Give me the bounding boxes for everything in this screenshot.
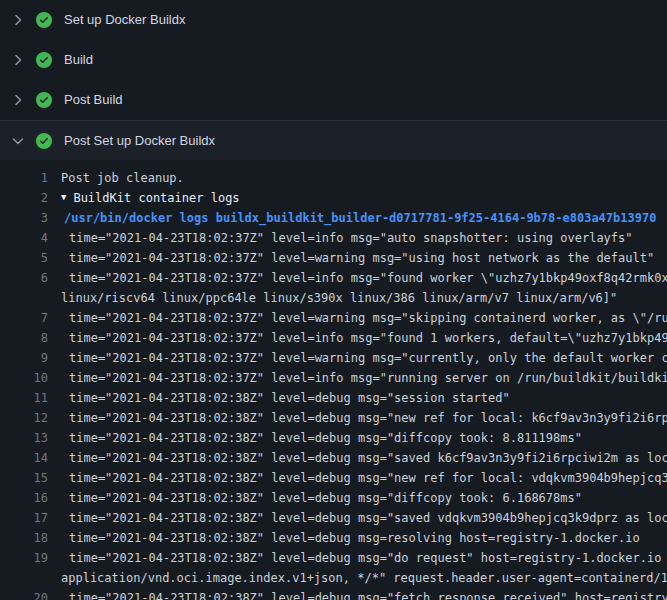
log-line-text: application/vnd.oci.image.index.v1+json,… [48, 568, 667, 588]
log-line-text: time="2021-04-23T18:02:38Z" level=debug … [48, 428, 667, 448]
log-line-text: /usr/bin/docker logs buildx_buildkit_bui… [48, 208, 667, 228]
success-check-icon [36, 133, 52, 149]
step-row: Post Set up Docker Buildx 1 Post job cle… [0, 120, 667, 600]
step-row: Build [0, 40, 667, 80]
chevron-down-icon [10, 133, 26, 149]
log-line-text: time="2021-04-23T18:02:38Z" level=debug … [48, 408, 667, 428]
log-line-text: linux/riscv64 linux/ppc64le linux/s390x … [48, 288, 667, 308]
log-line-number[interactable]: 19 [0, 548, 48, 568]
log-line-text: time="2021-04-23T18:02:37Z" level=info m… [48, 328, 667, 348]
log-line: 15 time="2021-04-23T18:02:38Z" level=deb… [0, 468, 667, 488]
log-line-number[interactable]: 4 [0, 228, 48, 248]
log-line-text: time="2021-04-23T18:02:38Z" level=debug … [48, 528, 667, 548]
log-line-number[interactable]: 20 [0, 588, 48, 600]
log-line-number[interactable]: 2 [0, 188, 48, 208]
step-label: Build [64, 52, 93, 68]
log-line-text: time="2021-04-23T18:02:37Z" level=info m… [48, 268, 667, 288]
caret-down-icon[interactable]: ▼ [61, 188, 66, 207]
log-line-continuation: linux/riscv64 linux/ppc64le linux/s390x … [0, 288, 667, 308]
step-label: Post Build [64, 92, 123, 108]
steps-list: Set up Docker Buildx Build Post Build Po… [0, 0, 667, 600]
log-line-text: time="2021-04-23T18:02:37Z" level=warnin… [48, 248, 667, 268]
log-line-number[interactable]: 10 [0, 368, 48, 388]
chevron-right-icon [10, 12, 26, 28]
log-line: 6 time="2021-04-23T18:02:37Z" level=info… [0, 268, 667, 288]
log-line-number[interactable]: 17 [0, 508, 48, 528]
log-line-continuation: application/vnd.oci.image.index.v1+json,… [0, 568, 667, 588]
log-line-text: time="2021-04-23T18:02:38Z" level=debug … [48, 388, 667, 408]
log-line: 18 time="2021-04-23T18:02:38Z" level=deb… [0, 528, 667, 548]
log-line-number[interactable]: 11 [0, 388, 48, 408]
success-check-icon [36, 12, 52, 28]
log-line-number[interactable]: 18 [0, 528, 48, 548]
log-line: 16 time="2021-04-23T18:02:38Z" level=deb… [0, 488, 667, 508]
log-line-number[interactable] [0, 568, 48, 588]
step-header[interactable]: Set up Docker Buildx [0, 0, 667, 40]
step-log-body: 1 Post job cleanup. 2 ▼BuildKit containe… [0, 160, 667, 600]
log-line: 10 time="2021-04-23T18:02:37Z" level=inf… [0, 368, 667, 388]
log-line-text: time="2021-04-23T18:02:37Z" level=info m… [48, 228, 667, 248]
step-label: Set up Docker Buildx [64, 12, 185, 28]
log-line: 13 time="2021-04-23T18:02:38Z" level=deb… [0, 428, 667, 448]
log-line: 17 time="2021-04-23T18:02:38Z" level=deb… [0, 508, 667, 528]
log-line-text: time="2021-04-23T18:02:38Z" level=debug … [48, 468, 667, 488]
log-line-number[interactable]: 6 [0, 268, 48, 288]
log-line-text: ▼BuildKit container logs [48, 188, 667, 208]
chevron-right-icon [10, 52, 26, 68]
log-line-text: time="2021-04-23T18:02:37Z" level=warnin… [48, 308, 667, 328]
chevron-right-icon [10, 92, 26, 108]
success-check-icon [36, 52, 52, 68]
log-line-number[interactable]: 8 [0, 328, 48, 348]
log-line-text: time="2021-04-23T18:02:38Z" level=debug … [48, 548, 667, 568]
log-line-number[interactable]: 15 [0, 468, 48, 488]
step-row: Set up Docker Buildx [0, 0, 667, 40]
step-header[interactable]: Build [0, 40, 667, 80]
step-label: Post Set up Docker Buildx [64, 133, 215, 149]
log-line-number[interactable] [0, 288, 48, 308]
log-line-text: time="2021-04-23T18:02:37Z" level=warnin… [48, 348, 667, 368]
log-line-number[interactable]: 5 [0, 248, 48, 268]
log-line: 8 time="2021-04-23T18:02:37Z" level=info… [0, 328, 667, 348]
log-line: 4 time="2021-04-23T18:02:37Z" level=info… [0, 228, 667, 248]
log-line: 7 time="2021-04-23T18:02:37Z" level=warn… [0, 308, 667, 328]
log-line: 12 time="2021-04-23T18:02:38Z" level=deb… [0, 408, 667, 428]
log-line-number[interactable]: 16 [0, 488, 48, 508]
log-line-number[interactable]: 3 [0, 208, 48, 228]
log-line-number[interactable]: 9 [0, 348, 48, 368]
log-line-text: time="2021-04-23T18:02:38Z" level=debug … [48, 448, 667, 468]
log-line-number[interactable]: 13 [0, 428, 48, 448]
log-line-text: time="2021-04-23T18:02:37Z" level=info m… [48, 368, 667, 388]
log-line-number[interactable]: 1 [0, 168, 48, 188]
success-check-icon [36, 92, 52, 108]
log-line-number[interactable]: 12 [0, 408, 48, 428]
step-header[interactable]: Post Set up Docker Buildx [0, 120, 667, 160]
log-line: 3 /usr/bin/docker logs buildx_buildkit_b… [0, 208, 667, 228]
log-line: 1 Post job cleanup. [0, 168, 667, 188]
log-line-text: time="2021-04-23T18:02:38Z" level=debug … [48, 488, 667, 508]
log-line: 9 time="2021-04-23T18:02:37Z" level=warn… [0, 348, 667, 368]
step-row: Post Build [0, 80, 667, 120]
log-line: 20 time="2021-04-23T18:02:38Z" level=deb… [0, 588, 667, 600]
log-line-number[interactable]: 7 [0, 308, 48, 328]
log-line-text: time="2021-04-23T18:02:38Z" level=debug … [48, 508, 667, 528]
log-line-text: Post job cleanup. [48, 168, 667, 188]
log-line-number[interactable]: 14 [0, 448, 48, 468]
step-header[interactable]: Post Build [0, 80, 667, 120]
workflow-log-viewer: Set up Docker Buildx Build Post Build Po… [0, 0, 667, 600]
log-line: 5 time="2021-04-23T18:02:37Z" level=warn… [0, 248, 667, 268]
log-line: 14 time="2021-04-23T18:02:38Z" level=deb… [0, 448, 667, 468]
log-line: 11 time="2021-04-23T18:02:38Z" level=deb… [0, 388, 667, 408]
log-line-text: time="2021-04-23T18:02:38Z" level=debug … [48, 588, 667, 600]
log-line: 19 time="2021-04-23T18:02:38Z" level=deb… [0, 548, 667, 568]
log-line: 2 ▼BuildKit container logs [0, 188, 667, 208]
